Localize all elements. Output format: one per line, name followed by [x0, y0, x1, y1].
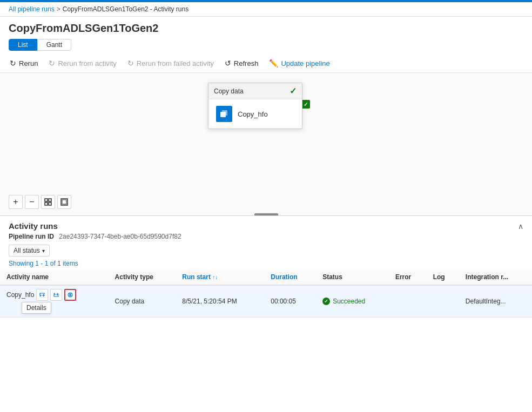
- reset-view-icon: [60, 198, 68, 206]
- resize-handle[interactable]: [254, 213, 278, 215]
- update-pipeline-icon: ✏️: [269, 59, 278, 67]
- output-action-icon[interactable]: [50, 289, 62, 301]
- zoom-out-button[interactable]: −: [25, 195, 39, 209]
- cell-run-start: 8/5/21, 5:20:54 PM: [176, 285, 264, 318]
- svg-rect-1: [222, 110, 227, 116]
- details-icon: [67, 292, 73, 298]
- activity-runs-section: Activity runs ∧ Pipeline run ID 2ae24393…: [0, 216, 532, 318]
- details-tooltip: Details: [22, 302, 51, 314]
- svg-rect-2: [45, 199, 48, 201]
- svg-rect-7: [62, 200, 66, 204]
- col-integration-runtime: Integration r...: [459, 269, 532, 285]
- cell-status: ✓ Succeeded: [316, 285, 389, 318]
- copy-data-icon: [216, 106, 232, 122]
- rerun-from-failed-label: Rerun from failed activity: [137, 59, 214, 67]
- popup-header: Copy data ✓: [208, 83, 302, 99]
- rerun-label: Rerun: [19, 59, 38, 67]
- activity-runs-title: Activity runs: [9, 221, 58, 231]
- status-success-icon: ✓: [322, 298, 330, 305]
- popup-body: Copy_hfo: [208, 99, 302, 129]
- cell-integration-runtime: DefaultInteg...: [459, 285, 532, 318]
- gantt-view-button[interactable]: Gantt: [37, 39, 71, 51]
- input-icon: [39, 292, 45, 298]
- canvas-controls: + −: [9, 195, 71, 209]
- cell-error: [389, 285, 427, 318]
- rerun-icon: ↻: [10, 59, 16, 67]
- fit-view-icon: [44, 198, 52, 206]
- breadcrumb-current: CopyFromADLSGen1ToGen2 - Activity runs: [63, 5, 188, 13]
- table-row: Copy_hfo: [0, 285, 532, 318]
- fit-view-button[interactable]: [41, 195, 55, 209]
- popup-check-icon: ✓: [289, 86, 297, 96]
- rerun-from-activity-label: Rerun from activity: [58, 59, 116, 67]
- green-connector: ✓: [301, 100, 310, 109]
- refresh-icon: ↺: [225, 59, 231, 67]
- svg-rect-4: [45, 202, 48, 205]
- toolbar: ↻ Rerun ↻ Rerun from activity ↻ Rerun fr…: [0, 54, 532, 73]
- col-run-start[interactable]: Run start ↑↓: [176, 269, 264, 285]
- details-action-icon[interactable]: [64, 289, 76, 301]
- showing-count: Showing 1 - 1 of 1 items: [0, 259, 532, 269]
- collapse-button[interactable]: ∧: [518, 222, 523, 231]
- pipeline-run-id-row: Pipeline run ID 2ae24393-7347-4beb-ae0b-…: [0, 232, 532, 244]
- col-error: Error: [389, 269, 427, 285]
- cell-log: [427, 285, 459, 318]
- cell-activity-type: Copy data: [109, 285, 176, 318]
- pipeline-run-id-label: Pipeline run ID: [9, 233, 54, 240]
- input-action-icon[interactable]: [36, 289, 48, 301]
- canvas-area: Copy data ✓ Copy_hfo ✓ + −: [0, 73, 532, 216]
- col-status: Status: [316, 269, 389, 285]
- rerun-button[interactable]: ↻ Rerun: [4, 56, 43, 70]
- status-filter-row: All status ▾: [0, 244, 532, 259]
- activity-popup[interactable]: Copy data ✓ Copy_hfo: [208, 83, 302, 129]
- table-container: Activity name Activity type Run start ↑↓…: [0, 269, 532, 318]
- breadcrumb: All pipeline runs > CopyFromADLSGen1ToGe…: [0, 2, 532, 17]
- rerun-from-activity-button[interactable]: ↻ Rerun from activity: [43, 56, 122, 70]
- page-title: CopyFromADLSGen1ToGen2: [0, 17, 532, 37]
- popup-header-label: Copy data: [214, 87, 244, 95]
- refresh-button[interactable]: ↺ Refresh: [219, 56, 264, 70]
- col-log: Log: [427, 269, 459, 285]
- col-activity-name: Activity name: [0, 269, 109, 285]
- svg-rect-5: [49, 202, 51, 205]
- output-icon: [53, 292, 59, 298]
- rerun-from-failed-button[interactable]: ↻ Rerun from failed activity: [122, 56, 219, 70]
- breadcrumb-all-pipeline-runs[interactable]: All pipeline runs: [9, 5, 55, 13]
- list-view-button[interactable]: List: [9, 39, 37, 51]
- cell-duration: 00:00:05: [264, 285, 316, 318]
- activity-name-value: Copy_hfo: [6, 291, 34, 299]
- update-pipeline-button[interactable]: ✏️ Update pipeline: [264, 56, 335, 70]
- pipeline-run-id-value: 2ae24393-7347-4beb-ae0b-65d9590d7f82: [59, 233, 181, 240]
- popup-activity-name: Copy_hfo: [238, 110, 268, 118]
- activity-runs-header: Activity runs ∧: [0, 216, 532, 232]
- chevron-down-icon: ▾: [42, 248, 45, 254]
- rerun-from-activity-icon: ↻: [49, 59, 55, 67]
- view-toggle: List Gantt: [0, 37, 532, 54]
- cell-activity-name: Copy_hfo: [0, 285, 109, 318]
- update-pipeline-label: Update pipeline: [281, 59, 329, 67]
- status-filter-label: All status: [14, 247, 40, 254]
- col-activity-type[interactable]: Activity type: [109, 269, 176, 285]
- svg-rect-3: [49, 199, 51, 201]
- status-value: Succeeded: [333, 298, 365, 305]
- zoom-in-button[interactable]: +: [9, 195, 23, 209]
- breadcrumb-separator: >: [57, 5, 60, 13]
- col-duration[interactable]: Duration: [264, 269, 316, 285]
- refresh-label: Refresh: [234, 59, 259, 67]
- reset-view-button[interactable]: [57, 195, 71, 209]
- rerun-from-failed-icon: ↻: [127, 59, 134, 67]
- status-filter-dropdown[interactable]: All status ▾: [9, 245, 50, 256]
